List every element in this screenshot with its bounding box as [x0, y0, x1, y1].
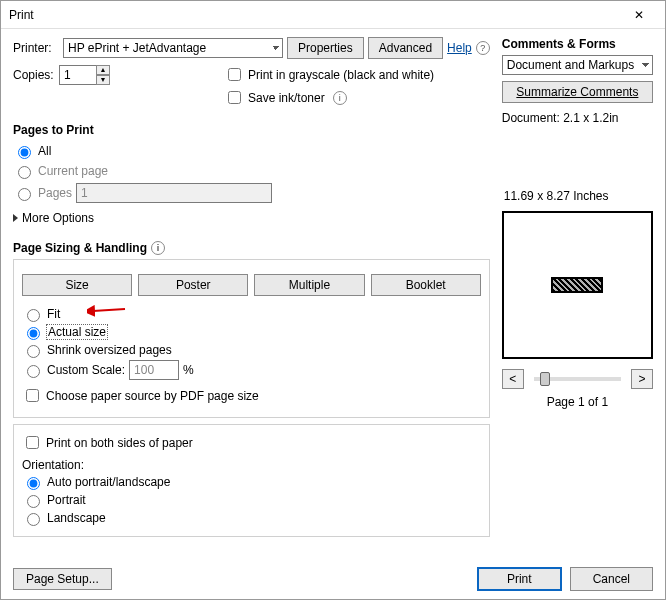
copies-spin-down[interactable]: ▼ — [96, 75, 110, 85]
radio-landscape-label: Landscape — [47, 511, 106, 525]
document-dimensions: Document: 2.1 x 1.2in — [502, 111, 653, 125]
close-icon: ✕ — [634, 8, 644, 22]
prev-page-button[interactable]: < — [502, 369, 524, 389]
copies-spin-up[interactable]: ▲ — [96, 65, 110, 75]
properties-button[interactable]: Properties — [287, 37, 364, 59]
save-ink-label: Save ink/toner — [248, 91, 325, 105]
button-bar: Page Setup... Print Cancel — [1, 559, 665, 599]
window-title: Print — [9, 8, 621, 22]
radio-portrait-label: Portrait — [47, 493, 86, 507]
triangle-right-icon — [13, 214, 18, 222]
help-link[interactable]: Help — [447, 41, 472, 55]
info-icon[interactable]: i — [333, 91, 347, 105]
duplex-panel: Print on both sides of paper Orientation… — [13, 424, 490, 537]
sizing-title: Page Sizing & Handling — [13, 241, 147, 255]
custom-scale-pct: % — [183, 363, 194, 377]
page-slider[interactable] — [534, 377, 621, 381]
copies-input[interactable] — [59, 65, 97, 85]
custom-scale-input[interactable] — [129, 360, 179, 380]
radio-custom-scale-label: Custom Scale: — [47, 363, 125, 377]
chevron-left-icon: < — [509, 372, 516, 386]
save-ink-checkbox[interactable] — [228, 91, 241, 104]
radio-auto-orient[interactable] — [27, 477, 40, 490]
next-page-button[interactable]: > — [631, 369, 653, 389]
choose-paper-checkbox[interactable] — [26, 389, 39, 402]
radio-fit[interactable] — [27, 309, 40, 322]
help-icon[interactable]: ? — [476, 41, 490, 55]
pages-to-print-title: Pages to Print — [13, 123, 490, 137]
titlebar: Print ✕ — [1, 1, 665, 29]
page-setup-button[interactable]: Page Setup... — [13, 568, 112, 590]
radio-pages[interactable] — [18, 188, 31, 201]
booklet-button[interactable]: Booklet — [371, 274, 481, 296]
left-column: Printer: HP ePrint + JetAdvantage Proper… — [13, 37, 490, 559]
comments-forms-select[interactable]: Document and Markups — [502, 55, 653, 75]
radio-current[interactable] — [18, 166, 31, 179]
choose-paper-label: Choose paper source by PDF page size — [46, 389, 259, 403]
radio-fit-label: Fit — [47, 307, 60, 321]
printer-label: Printer: — [13, 41, 59, 55]
radio-all[interactable] — [18, 146, 31, 159]
radio-actual-size-label: Actual size — [47, 325, 107, 339]
both-sides-checkbox[interactable] — [26, 436, 39, 449]
cancel-button[interactable]: Cancel — [570, 567, 653, 591]
copies-spinner: ▲ ▼ — [96, 65, 110, 85]
size-button[interactable]: Size — [22, 274, 132, 296]
more-options-toggle[interactable]: More Options — [13, 211, 490, 225]
sizing-info-icon[interactable]: i — [151, 241, 165, 255]
radio-auto-orient-label: Auto portrait/landscape — [47, 475, 170, 489]
close-button[interactable]: ✕ — [621, 3, 657, 27]
page-dimensions: 11.69 x 8.27 Inches — [504, 189, 653, 203]
radio-pages-label: Pages — [38, 186, 72, 200]
sizing-title-row: Page Sizing & Handling i — [13, 241, 490, 255]
preview-thumbnail — [551, 277, 603, 293]
sizing-panel: Size Poster Multiple Booklet Fit Actual … — [13, 259, 490, 418]
printer-select[interactable]: HP ePrint + JetAdvantage — [63, 38, 283, 58]
comments-forms-title: Comments & Forms — [502, 37, 653, 51]
print-dialog: Print ✕ Printer: HP ePrint + JetAdvantag… — [0, 0, 666, 600]
radio-shrink-label: Shrink oversized pages — [47, 343, 172, 357]
radio-current-label: Current page — [38, 164, 108, 178]
both-sides-label: Print on both sides of paper — [46, 436, 193, 450]
radio-actual-size[interactable] — [27, 327, 40, 340]
page-indicator: Page 1 of 1 — [502, 395, 653, 409]
print-button[interactable]: Print — [477, 567, 562, 591]
orientation-title: Orientation: — [22, 458, 481, 472]
poster-button[interactable]: Poster — [138, 274, 248, 296]
copies-label: Copies: — [13, 68, 59, 82]
preview-box — [502, 211, 653, 359]
radio-all-label: All — [38, 144, 51, 158]
radio-custom-scale[interactable] — [27, 365, 40, 378]
radio-shrink[interactable] — [27, 345, 40, 358]
chevron-right-icon: > — [638, 372, 645, 386]
advanced-button[interactable]: Advanced — [368, 37, 443, 59]
more-options-label: More Options — [22, 211, 94, 225]
radio-portrait[interactable] — [27, 495, 40, 508]
grayscale-label: Print in grayscale (black and white) — [248, 68, 434, 82]
slider-thumb[interactable] — [540, 372, 550, 386]
pages-input[interactable] — [76, 183, 272, 203]
multiple-button[interactable]: Multiple — [254, 274, 364, 296]
grayscale-checkbox[interactable] — [228, 68, 241, 81]
radio-landscape[interactable] — [27, 513, 40, 526]
summarize-comments-button[interactable]: Summarize Comments — [502, 81, 653, 103]
right-column: Comments & Forms Document and Markups Su… — [502, 37, 653, 559]
